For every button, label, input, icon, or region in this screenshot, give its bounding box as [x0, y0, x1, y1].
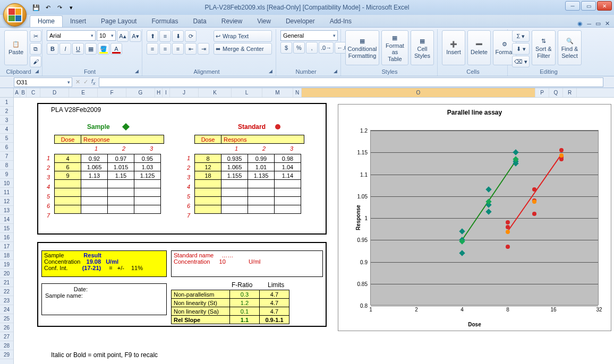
row-header-14[interactable]: 14: [0, 215, 13, 224]
col-header-N[interactable]: N: [293, 88, 302, 97]
border-button[interactable]: ▦: [85, 43, 97, 55]
autosum-button[interactable]: Σ ▾: [512, 30, 530, 42]
find-select-button[interactable]: 🔍Find & Select: [558, 30, 582, 65]
close-button[interactable]: ✕: [597, 1, 612, 11]
col-header-A[interactable]: A: [14, 88, 20, 97]
col-header-B[interactable]: B: [20, 88, 27, 97]
office-button[interactable]: [3, 3, 27, 27]
cancel-formula-icon[interactable]: ✕: [75, 79, 80, 85]
col-header-H[interactable]: H: [155, 88, 163, 97]
col-header-C[interactable]: C: [27, 88, 40, 97]
row-header-13[interactable]: 13: [0, 206, 13, 215]
qat-redo-icon[interactable]: ↷: [54, 2, 65, 13]
clear-button[interactable]: ⌫ ▾: [512, 56, 530, 67]
tab-insert[interactable]: Insert: [63, 16, 93, 27]
tab-review[interactable]: Review: [214, 16, 250, 27]
qat-save-icon[interactable]: 💾: [31, 2, 41, 13]
fill-color-button[interactable]: 🪣: [98, 43, 109, 55]
format-as-table-button[interactable]: ▦Format as Table: [381, 30, 408, 65]
qat-more-icon[interactable]: ▾: [66, 2, 76, 13]
tab-view[interactable]: View: [250, 16, 278, 27]
tab-addins[interactable]: Add-Ins: [322, 16, 359, 27]
sort-filter-button[interactable]: ⇅Sort & Filter: [532, 30, 556, 65]
fill-button[interactable]: ⬇ ▾: [512, 43, 530, 55]
row-header-29[interactable]: 29: [0, 350, 13, 359]
tab-page-layout[interactable]: Page Layout: [93, 16, 144, 27]
row-header-26[interactable]: 26: [0, 323, 13, 332]
tab-formulas[interactable]: Formulas: [144, 16, 185, 27]
doc-close-icon[interactable]: ✕: [605, 20, 610, 27]
fx-icon[interactable]: fx: [91, 78, 96, 86]
font-color-button[interactable]: A: [110, 43, 122, 55]
align-bottom-button[interactable]: ⬇: [172, 30, 184, 42]
font-size-combo[interactable]: 10: [97, 30, 116, 41]
comma-button[interactable]: ,: [306, 42, 318, 54]
copy-button[interactable]: ⧉: [30, 43, 41, 55]
minimize-button[interactable]: ─: [565, 1, 580, 11]
col-header-D[interactable]: D: [40, 88, 69, 97]
row-header-5[interactable]: 5: [0, 134, 13, 143]
align-center-button[interactable]: ≡: [159, 43, 171, 55]
col-header-Q[interactable]: Q: [549, 88, 563, 97]
row-header-21[interactable]: 21: [0, 278, 13, 287]
row-header-19[interactable]: 19: [0, 260, 13, 269]
col-header-I[interactable]: I: [163, 88, 170, 97]
cell-styles-button[interactable]: ▦Cell Styles: [411, 30, 434, 65]
col-header-R[interactable]: R: [563, 88, 577, 97]
enter-formula-icon[interactable]: ✓: [83, 79, 88, 85]
row-header-16[interactable]: 16: [0, 233, 13, 242]
align-top-button[interactable]: ⬆: [147, 30, 158, 42]
row-header-27[interactable]: 27: [0, 332, 13, 341]
row-header-8[interactable]: 8: [0, 161, 13, 170]
help-icon[interactable]: ◉: [577, 20, 583, 27]
decrease-indent-button[interactable]: ⇤: [185, 43, 197, 55]
increase-indent-button[interactable]: ⇥: [198, 43, 209, 55]
doc-minimize-icon[interactable]: ─: [587, 21, 591, 27]
row-header-1[interactable]: 1: [0, 98, 13, 107]
delete-cells-button[interactable]: ➖Delete: [467, 30, 491, 65]
grow-font-button[interactable]: A▴: [117, 30, 129, 42]
row-header-23[interactable]: 23: [0, 296, 13, 305]
font-launcher-icon[interactable]: ◢: [135, 68, 139, 74]
conditional-formatting-button[interactable]: ▦Conditional Formatting: [345, 30, 379, 65]
col-header-J[interactable]: J: [170, 88, 199, 97]
insert-cells-button[interactable]: ➕Insert: [442, 30, 465, 65]
align-middle-button[interactable]: ≡: [159, 30, 171, 42]
maximize-button[interactable]: ▭: [581, 1, 596, 11]
row-header-7[interactable]: 7: [0, 152, 13, 161]
align-right-button[interactable]: ≡: [172, 43, 184, 55]
row-headers[interactable]: 1234567891011121314151617181920212223242…: [0, 98, 14, 364]
row-header-11[interactable]: 11: [0, 188, 13, 197]
row-header-10[interactable]: 10: [0, 179, 13, 188]
select-all-corner[interactable]: [0, 88, 14, 98]
cut-button[interactable]: ✂: [30, 30, 41, 42]
row-header-3[interactable]: 3: [0, 116, 13, 125]
shrink-font-button[interactable]: A▾: [130, 30, 141, 42]
orientation-button[interactable]: ⟳: [185, 30, 197, 42]
formula-input[interactable]: [99, 77, 603, 87]
col-header-O[interactable]: O: [302, 88, 535, 97]
clipboard-launcher-icon[interactable]: ◢: [35, 68, 39, 74]
row-header-9[interactable]: 9: [0, 170, 13, 179]
row-header-4[interactable]: 4: [0, 125, 13, 134]
alignment-launcher-icon[interactable]: ◢: [269, 68, 272, 74]
merge-center-button[interactable]: ⬌Merge & Center: [214, 43, 272, 55]
italic-button[interactable]: I: [59, 43, 71, 55]
number-format-combo[interactable]: General: [280, 30, 338, 41]
worksheet[interactable]: ABCDEFGHIJKLMNOPQR 123456789101112131415…: [0, 88, 614, 364]
underline-button[interactable]: U: [72, 43, 84, 55]
row-header-18[interactable]: 18: [0, 251, 13, 260]
doc-restore-icon[interactable]: ▭: [595, 20, 601, 27]
tab-data[interactable]: Data: [185, 16, 214, 27]
percent-button[interactable]: %: [293, 42, 305, 54]
font-name-combo[interactable]: Arial: [47, 30, 96, 41]
currency-button[interactable]: $: [280, 42, 292, 54]
col-header-G[interactable]: G: [126, 88, 155, 97]
row-header-25[interactable]: 25: [0, 314, 13, 323]
number-launcher-icon[interactable]: ◢: [334, 68, 337, 74]
row-header-12[interactable]: 12: [0, 197, 13, 206]
qat-undo-icon[interactable]: ↶: [42, 2, 53, 13]
bold-button[interactable]: B: [47, 43, 58, 55]
col-header-M[interactable]: M: [262, 88, 293, 97]
row-header-24[interactable]: 24: [0, 305, 13, 314]
